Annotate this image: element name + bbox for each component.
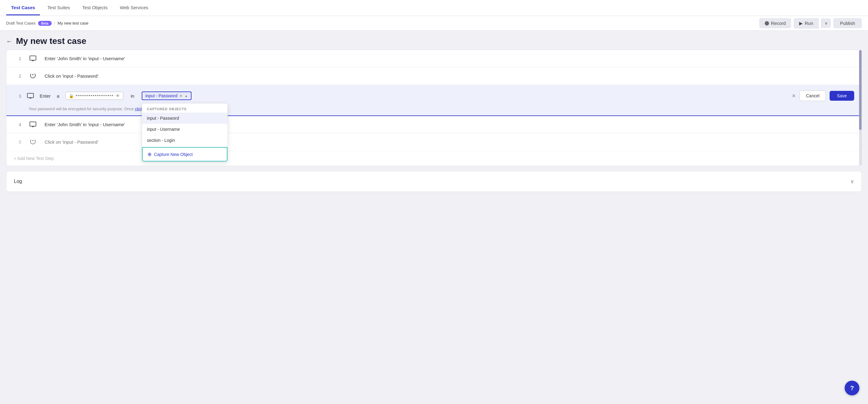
- object-picker: input - Password ✕ ▲ CAPTURED OBJECTS in…: [142, 92, 191, 100]
- test-steps-card: 1 Enter 'John Smith' in 'input - Usernam…: [6, 50, 862, 166]
- object-selector-chevron[interactable]: ▲: [184, 94, 188, 98]
- list-item[interactable]: input - Username: [142, 124, 227, 135]
- save-button[interactable]: Save: [830, 91, 854, 101]
- log-panel[interactable]: Log ∨: [6, 171, 862, 192]
- monitor-icon: [26, 93, 35, 99]
- close-step-button[interactable]: ✕: [792, 93, 796, 99]
- monitor-icon: [29, 56, 37, 61]
- nav-tab-test-suites[interactable]: Test Suites: [42, 1, 75, 15]
- eye-icon[interactable]: 👁: [116, 93, 120, 98]
- table-row: 4 Enter 'John Smith' in 'input - Usernam…: [6, 116, 862, 133]
- nav-tab-test-cases[interactable]: Test Cases: [6, 1, 40, 15]
- step-description: Enter 'John Smith' in 'input - Username': [44, 56, 854, 61]
- step-number: 4: [14, 122, 21, 127]
- step-number: 5: [14, 139, 21, 144]
- step-number: 3: [14, 93, 21, 99]
- active-step-row: 3 Enter a 🔒 •••••••••••••••••••• 👁 in in…: [6, 85, 862, 116]
- beta-badge: Beta: [38, 21, 52, 26]
- top-nav: Test Cases Test Suites Test Objects Web …: [0, 0, 868, 16]
- breadcrumb-bar: Draft Test Cases Beta / My new test case…: [0, 16, 868, 31]
- password-dots: ••••••••••••••••••••: [75, 94, 114, 98]
- encryption-note: Your password will be encrypted for secu…: [6, 106, 862, 115]
- record-button[interactable]: Record: [759, 18, 791, 28]
- object-dropdown: CAPTURED OBJECTS input - Password input …: [142, 103, 228, 162]
- add-step-label: + Add New Test Step: [14, 156, 54, 161]
- spin-icon: [29, 73, 37, 79]
- chevron-down-icon: ∨: [850, 178, 854, 185]
- breadcrumb: Draft Test Cases Beta / My new test case: [6, 21, 89, 26]
- log-label: Log: [14, 179, 22, 184]
- step-number: 2: [14, 73, 21, 78]
- lock-icon: 🔒: [69, 94, 74, 98]
- nav-tab-test-objects[interactable]: Test Objects: [77, 1, 113, 15]
- table-row: 1 Enter 'John Smith' in 'input - Usernam…: [6, 50, 862, 67]
- list-item[interactable]: section - Login: [142, 135, 227, 146]
- run-dropdown-button[interactable]: ∨: [821, 19, 831, 28]
- main-content: 1 Enter 'John Smith' in 'input - Usernam…: [0, 50, 868, 198]
- breadcrumb-current: My new test case: [58, 21, 88, 26]
- clear-object-button[interactable]: ✕: [179, 94, 183, 98]
- nav-tab-web-services[interactable]: Web Services: [115, 1, 153, 15]
- cancel-button[interactable]: Cancel: [800, 91, 826, 101]
- run-button[interactable]: ▶ Run: [794, 18, 819, 29]
- table-row: 5 Click on 'input - Password': [6, 133, 862, 151]
- back-button[interactable]: ←: [6, 38, 12, 45]
- publish-button[interactable]: Publish: [833, 18, 862, 28]
- page-title: My new test case: [16, 36, 86, 46]
- step-3-top: 3 Enter a 🔒 •••••••••••••••••••• 👁 in in…: [6, 85, 862, 106]
- password-input-field[interactable]: 🔒 •••••••••••••••••••• 👁: [65, 92, 123, 100]
- scrollbar-track[interactable]: [859, 50, 862, 166]
- step-number: 1: [14, 56, 21, 61]
- step-description: Click on 'input - Password': [44, 73, 854, 78]
- dropdown-section-label: CAPTURED OBJECTS: [142, 103, 227, 113]
- capture-new-object-button[interactable]: ⊕ Capture New Object: [142, 147, 227, 162]
- scrollbar-thumb[interactable]: [859, 50, 862, 130]
- a-label: a: [57, 93, 59, 99]
- breadcrumb-separator: /: [54, 21, 55, 26]
- inline-actions: ✕ Cancel Save: [792, 91, 854, 101]
- add-step-button[interactable]: + Add New Test Step: [6, 151, 862, 166]
- page-title-bar: ← My new test case: [0, 31, 868, 50]
- list-item[interactable]: input - Password: [142, 113, 227, 124]
- in-label: in: [131, 93, 134, 99]
- toolbar: Record ▶ Run ∨ Publish: [759, 18, 862, 29]
- monitor-icon: [29, 122, 37, 127]
- table-row: 2 Click on 'input - Password': [6, 67, 862, 85]
- enter-label: Enter: [40, 93, 51, 99]
- play-icon: ▶: [799, 21, 803, 26]
- record-icon: [765, 21, 769, 26]
- chevron-down-icon: ∨: [825, 21, 828, 26]
- breadcrumb-parent[interactable]: Draft Test Cases: [6, 21, 36, 26]
- capture-icon: ⊕: [148, 152, 152, 157]
- selected-object-label: input - Password: [145, 93, 177, 98]
- object-selector[interactable]: input - Password ✕ ▲: [142, 92, 191, 100]
- spin-icon: [29, 139, 37, 145]
